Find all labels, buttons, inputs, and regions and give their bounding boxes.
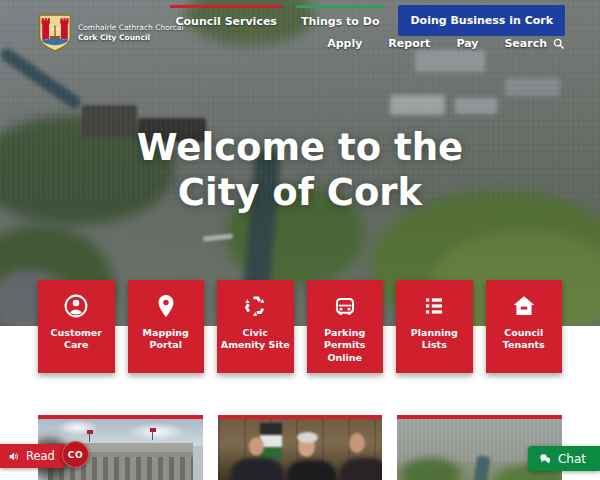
quick-link-mapping-portal[interactable]: Mapping Portal [128, 280, 205, 373]
brand-logo[interactable]: Comhairle Cathrach Chorcaí Cork City Cou… [38, 13, 184, 53]
nav-item-report[interactable]: Report [388, 37, 430, 50]
hero-title-line2: City of Cork [178, 171, 422, 214]
quick-link-parking-permits-online[interactable]: Parking Permits Online [307, 280, 384, 373]
nav-item-things-to-do[interactable]: Things to Do [296, 5, 385, 36]
nav-item-council-services[interactable]: Council Services [170, 5, 281, 36]
quick-link-label: Council Tenants [486, 327, 563, 352]
quick-link-label: Mapping Portal [128, 327, 205, 352]
cork-crest-icon [38, 13, 72, 53]
map-pin-icon [153, 293, 179, 319]
nav-item-doing-business-in-cork[interactable]: Doing Business in Cork [398, 5, 565, 36]
news-card-lord-mayor-guests[interactable] [218, 415, 383, 480]
quick-link-planning-lists[interactable]: Planning Lists [396, 280, 473, 373]
photo-suit [231, 458, 284, 480]
quick-link-customer-care[interactable]: Customer Care [38, 280, 115, 373]
readspeaker-badge-label: CO [68, 450, 83, 460]
hero-title: Welcome to the City of Cork [0, 125, 600, 215]
search-icon [552, 37, 565, 50]
quick-link-council-tenants[interactable]: Council Tenants [486, 280, 563, 373]
nav-item-pay[interactable]: Pay [456, 37, 478, 50]
quick-link-label: Customer Care [38, 327, 115, 352]
flag-pole [89, 430, 90, 442]
brand-name-english: Cork City Council [78, 33, 184, 43]
quick-link-label: Civic Amenity Site [217, 327, 294, 352]
chat-bubbles-icon [538, 452, 552, 466]
quick-links-row: Customer Care Mapping Portal [38, 280, 562, 373]
utility-nav: Apply Report Pay Search [327, 37, 565, 50]
photo-flag [260, 423, 281, 459]
news-row [38, 415, 562, 480]
read-label: Read [26, 449, 55, 463]
primary-nav: Council Services Things to Do Doing Busi… [170, 5, 565, 36]
car-icon [332, 293, 358, 319]
chat-label: Chat [558, 452, 586, 466]
quick-link-civic-amenity-site[interactable]: Civic Amenity Site [217, 280, 294, 373]
nav-item-search[interactable]: Search [504, 37, 565, 50]
photo-suit [287, 460, 336, 480]
hero-banner: Comhairle Cathrach Chorcaí Cork City Cou… [0, 0, 600, 326]
speaker-icon [8, 450, 21, 463]
search-label: Search [504, 37, 547, 50]
cork-city-council-homepage: Comhairle Cathrach Chorcaí Cork City Cou… [0, 0, 600, 480]
flag-pole [152, 428, 153, 440]
photo-face [349, 433, 365, 453]
photo-hair [297, 432, 318, 443]
brand-name-irish: Comhairle Cathrach Chorcaí [78, 23, 184, 33]
list-icon [421, 293, 447, 319]
read-aloud-button[interactable]: Read [0, 444, 65, 468]
quick-link-label: Planning Lists [396, 327, 473, 352]
readspeaker-badge[interactable]: CO [62, 441, 89, 468]
user-circle-icon [63, 293, 89, 319]
photo-suit [340, 458, 383, 480]
chat-button[interactable]: Chat [528, 446, 600, 471]
hero-title-line1: Welcome to the [137, 126, 463, 169]
nav-item-apply[interactable]: Apply [327, 37, 362, 50]
house-icon [511, 293, 537, 319]
recycle-icon [242, 293, 268, 319]
quick-link-label: Parking Permits Online [307, 327, 384, 364]
